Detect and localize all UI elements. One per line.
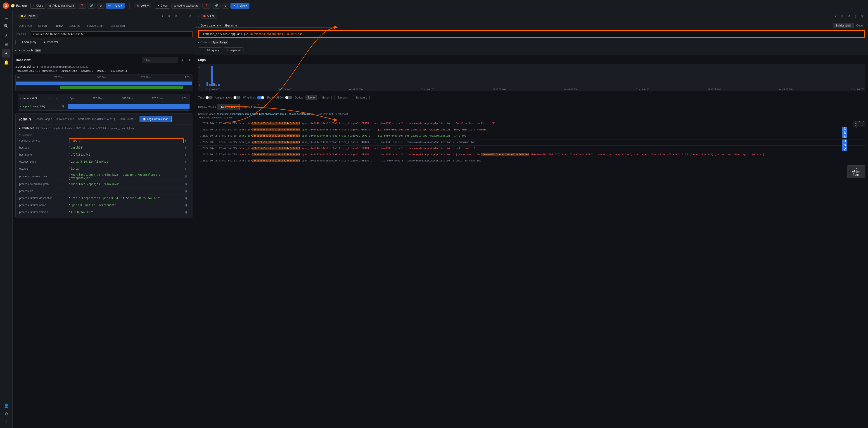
trace-id-input[interactable] [31, 31, 192, 37]
svc-expand-icon[interactable]: ▾ [20, 97, 22, 100]
left-link-button[interactable]: 🔗 [88, 3, 96, 9]
x-07: 01:42:05.400 [636, 88, 649, 91]
res-copy-proc-cmd[interactable]: ⎘ [184, 174, 189, 179]
tab-traceid[interactable]: TraceID [50, 23, 66, 29]
sidebar-item-alerting[interactable]: 🔔 [2, 58, 10, 66]
tab-loki-search[interactable]: Loki Search [107, 23, 128, 29]
left-help-button[interactable]: ❓ [78, 3, 86, 9]
right-help-button[interactable]: ❓ [203, 3, 211, 9]
res-copy-compose-service[interactable]: ⎘ [184, 138, 189, 143]
logql-input[interactable]: {compose_service="app-a"} |="286e9eb55d3… [198, 31, 865, 37]
res-copy-os-type[interactable]: ⎘ [184, 166, 189, 171]
res-copy-rt-name[interactable]: ⎘ [184, 203, 189, 208]
tab-search[interactable]: Search [35, 23, 50, 29]
inspector-button[interactable]: ℹ Inspector [41, 39, 61, 45]
res-copy-rt-desc[interactable]: ⎘ [184, 196, 189, 201]
wrap-lines-toggle[interactable] [257, 96, 265, 99]
right-sync-button[interactable]: ⟳ [231, 3, 238, 8]
query-patterns-button[interactable]: Query patterns ▾ [198, 23, 223, 28]
sidebar-item-starred[interactable]: ★ [2, 31, 10, 39]
left-zoom-button[interactable]: ⊖ [97, 3, 104, 9]
left-collapse-arrow[interactable]: ▾ [16, 15, 17, 18]
log-expand-1[interactable]: ▸ [199, 122, 201, 126]
prettify-json-toggle[interactable] [285, 96, 292, 99]
trace-search-up[interactable]: ▲ [179, 57, 185, 63]
resource-toggle[interactable]: ▾ Resource [19, 133, 189, 136]
right-datasource-button[interactable]: ◉ Loki ▾ [134, 3, 151, 8]
span-toggle[interactable]: ▾ [20, 105, 22, 108]
sidebar-item-settings[interactable]: ⚙ [2, 410, 10, 418]
trace-search-input[interactable] [142, 57, 178, 62]
chart-bars [207, 66, 864, 86]
right-copy-btn[interactable]: ⎘ [839, 13, 845, 19]
left-trash-btn[interactable]: 🗑 [187, 13, 192, 19]
builder-tab[interactable]: Builder Beta [833, 23, 854, 28]
left-settings-btn[interactable]: ⋮ [180, 13, 186, 19]
options-label[interactable]: ▸ Options [198, 41, 210, 44]
left-eye-btn[interactable]: 👁 [173, 13, 179, 19]
res-copy-host-arch[interactable]: ⎘ [184, 145, 189, 150]
tab-service-graph[interactable]: Service Graph [84, 23, 107, 29]
res-copy-os-desc[interactable]: ⎘ [184, 159, 189, 164]
unique-labels-toggle[interactable] [233, 96, 240, 99]
span-copy-btn[interactable]: ⎘ [60, 104, 66, 109]
left-close-button[interactable]: ✕ Close [30, 3, 45, 9]
log-expand-5[interactable]: ▸ [199, 147, 201, 151]
sidebar-item-explore[interactable]: ✦ [2, 49, 10, 58]
log-expand-6[interactable]: ▸ [199, 153, 201, 157]
add-query-button[interactable]: + + Add query [16, 39, 39, 45]
sidebar-item-profile[interactable]: 👤 [2, 402, 10, 410]
dedup-none-btn[interactable]: None [306, 95, 317, 100]
log-expand-3[interactable]: ▸ [199, 135, 201, 138]
svc-chevron-left[interactable]: ‹ [40, 95, 46, 101]
log-expand-7[interactable]: ▸ [199, 160, 201, 163]
log-expand-2[interactable]: ▸ [199, 129, 201, 132]
left-sync-button[interactable]: ⟳ [106, 3, 113, 8]
right-settings-btn[interactable]: ⋮ [852, 13, 859, 19]
log-expand-4[interactable]: ▸ [199, 141, 201, 145]
svc-chevron-right[interactable]: › [47, 95, 53, 101]
left-live-button[interactable]: Live ▾ [113, 3, 125, 8]
tab-query-type[interactable]: Query type [16, 23, 35, 29]
right-trash-btn[interactable]: 🗑 [859, 13, 865, 19]
time-toggle[interactable] [205, 96, 213, 99]
logs-for-span-button[interactable]: 📋 Logs for this span [140, 116, 172, 122]
right-add-dashboard-button[interactable]: ⊞ Add to dashboard [172, 3, 201, 9]
left-add-dashboard-button[interactable]: ⊞ Add to dashboard [47, 3, 76, 9]
node-graph-toggle[interactable]: ▸ [16, 49, 17, 52]
dedup-exact-btn[interactable]: Exact [320, 95, 332, 100]
sidebar-item-search[interactable]: 🔍 [2, 22, 10, 30]
trace-search-down[interactable]: ▼ [187, 57, 192, 63]
newest-first-button[interactable]: Newest first [218, 104, 239, 110]
left-info-btn[interactable]: ℹ [159, 13, 165, 19]
attributes-toggle[interactable]: ▸ Attributes: http.flavor ◦ 1.1 http.hos… [19, 126, 189, 130]
res-copy-proc-exec[interactable]: ⎘ [184, 181, 189, 187]
tab-json-file[interactable]: JSON file [66, 23, 84, 29]
legend-dash: — [207, 83, 209, 86]
right-live-button[interactable]: Live ▾ [238, 3, 249, 8]
sidebar-item-help[interactable]: ? [2, 418, 10, 426]
right-close-button[interactable]: ✕ Close [155, 3, 170, 9]
dedup-numbers-btn[interactable]: Numbers [334, 95, 350, 100]
code-tab[interactable]: Code [854, 23, 865, 28]
res-copy-rt-version[interactable]: ⎘ [184, 210, 189, 215]
loki-add-query-button[interactable]: + + Add query [198, 47, 222, 53]
dedup-signature-btn[interactable]: Signature [353, 95, 370, 100]
right-link-button[interactable]: 🔗 [212, 3, 220, 9]
right-eye-btn[interactable]: 👁 [846, 13, 852, 19]
trace-id-hl-5: 286e9eb55d3b6bdb1e8b0324c8d3c3e3 [252, 147, 300, 150]
explain-dot[interactable] [236, 25, 237, 27]
left-copy-btn[interactable]: ⎘ [166, 13, 172, 19]
oldest-first-button[interactable]: Oldest first [239, 104, 259, 110]
res-copy-host-name[interactable]: ⎘ [184, 152, 189, 157]
right-collapse-arrow[interactable]: ▾ [198, 15, 199, 18]
sidebar-item-dashboards[interactable]: ⊞ [2, 40, 10, 49]
loki-inspector-button[interactable]: ℹ Inspector [224, 47, 244, 53]
res-key-host-arch: host.arch [19, 146, 69, 149]
older-logs-button[interactable]: ▾ Older logs [847, 165, 865, 178]
sidebar-item-menu[interactable]: ☰ [2, 13, 10, 21]
right-info-btn[interactable]: ℹ [832, 13, 838, 19]
svc-expand-all[interactable]: ⇔ [54, 95, 60, 101]
right-zoom-button[interactable]: ⊖ [222, 3, 229, 9]
res-copy-proc-pid[interactable]: ⎘ [184, 189, 189, 194]
